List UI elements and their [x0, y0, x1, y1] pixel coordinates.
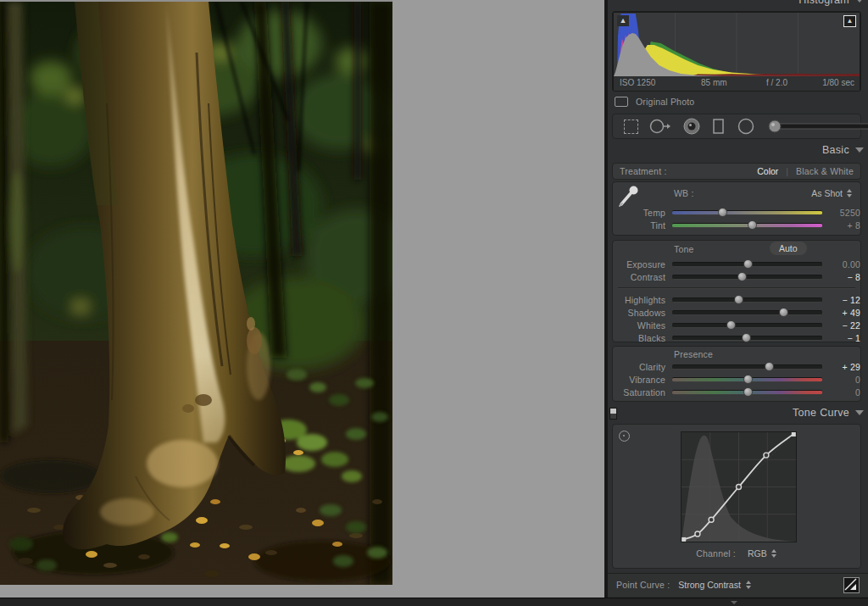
red-eye-icon[interactable]: [682, 117, 701, 136]
right-panel: Histogram ▲ ▲ I: [604, 0, 868, 598]
clarity-slider-track[interactable]: [672, 364, 822, 370]
histogram-title: Histogram: [798, 0, 849, 6]
temp-slider-knob[interactable]: [718, 208, 727, 217]
curve-point-5[interactable]: [792, 432, 796, 436]
clarity-slider-value[interactable]: + 29: [822, 362, 860, 372]
blacks-slider-track[interactable]: [672, 336, 822, 341]
temp-slider-track[interactable]: [672, 210, 822, 215]
curve-point-3[interactable]: [737, 485, 742, 490]
tree-trunk-photo: [0, 2, 392, 585]
exif-aperture: f / 2.0: [766, 78, 787, 87]
saturation-slider-track[interactable]: [672, 390, 822, 395]
whites-slider-track[interactable]: [672, 323, 822, 328]
blacks-slider-knob[interactable]: [742, 333, 751, 342]
slider-row-vibrance: Vibrance0: [613, 373, 860, 386]
presence-section: Presence Clarity+ 29Vibrance0Saturation0: [612, 346, 861, 402]
curve-point-0[interactable]: [682, 537, 686, 542]
temp-slider-value[interactable]: 5250: [822, 208, 860, 218]
contrast-slider-track[interactable]: [672, 275, 822, 280]
presence-label: Presence: [674, 349, 713, 359]
exposure-slider-track[interactable]: [672, 262, 822, 267]
histogram-box: ▲ ▲ ISO 1250 85 mm f / 2.0 1/80 sec: [612, 11, 861, 92]
exif-focal: 85 mm: [701, 78, 727, 87]
saturation-slider-knob[interactable]: [743, 387, 753, 397]
shadows-slider-track[interactable]: [672, 310, 822, 315]
point-curve-label: Point Curve :: [616, 580, 670, 590]
tint-slider-value[interactable]: + 8: [822, 220, 860, 231]
shadows-slider-value[interactable]: + 49: [822, 308, 860, 318]
tone-curve-panel-switch[interactable]: [609, 408, 617, 420]
exposure-slider-value[interactable]: 0.00: [822, 259, 860, 270]
point-curve-value: Strong Contrast: [678, 580, 741, 590]
basic-panel-header[interactable]: Basic: [822, 144, 864, 156]
spot-removal-icon[interactable]: [649, 118, 671, 135]
contrast-slider-value[interactable]: − 8: [822, 272, 860, 282]
target-adjustment-tool-icon[interactable]: [619, 431, 630, 442]
wb-eyedropper-icon[interactable]: [616, 183, 642, 212]
blacks-slider-value[interactable]: − 1: [822, 333, 860, 343]
updown-arrows-icon: [771, 549, 777, 558]
tint-slider-knob[interactable]: [748, 220, 757, 230]
slider-row-exposure: Exposure0.00: [613, 258, 860, 270]
point-curve-row: Point Curve : Strong Contrast: [608, 573, 868, 596]
shadows-slider-knob[interactable]: [779, 308, 788, 317]
highlight-clipping-icon[interactable]: ▲: [843, 15, 856, 27]
chevron-down-icon: [855, 147, 864, 153]
tone-curve-graph[interactable]: [681, 431, 797, 542]
slider-row-clarity: Clarity+ 29: [613, 360, 860, 373]
histogram-chart: [614, 13, 860, 76]
channel-label: Channel :: [696, 548, 736, 559]
wb-preset-dropdown[interactable]: As Shot: [811, 188, 853, 198]
channel-dropdown[interactable]: RGB: [748, 548, 777, 559]
whites-slider-value[interactable]: − 22: [822, 320, 860, 331]
auto-tone-button[interactable]: Auto: [770, 242, 807, 255]
channel-value: RGB: [748, 548, 767, 559]
treatment-color-option[interactable]: Color: [757, 166, 778, 176]
saturation-slider-value[interactable]: 0: [822, 387, 860, 398]
curve-point-1[interactable]: [695, 531, 700, 537]
point-curve-dropdown[interactable]: Strong Contrast: [678, 580, 752, 590]
tone-divider: [618, 287, 855, 289]
radial-filter-icon[interactable]: [737, 117, 755, 136]
vibrance-slider-knob[interactable]: [743, 375, 753, 384]
slider-row-blacks: Blacks− 1: [613, 331, 860, 344]
histogram-panel-header[interactable]: Histogram: [798, 0, 864, 6]
collapse-arrow-icon[interactable]: [731, 601, 737, 604]
highlights-slider-value[interactable]: − 12: [822, 295, 860, 305]
tone-curve-section: Channel : RGB: [612, 424, 861, 569]
highlights-slider-knob[interactable]: [734, 295, 743, 304]
tint-slider-track[interactable]: [672, 223, 822, 228]
tint-slider-label: Tint: [616, 220, 665, 231]
original-photo-toggle[interactable]: Original Photo: [615, 95, 694, 108]
slider-row-tint: Tint+ 8: [613, 219, 860, 231]
whites-slider-label: Whites: [616, 320, 665, 331]
basic-title: Basic: [822, 144, 849, 156]
highlights-slider-track[interactable]: [672, 297, 822, 303]
curve-point-4[interactable]: [764, 453, 769, 458]
shadow-clipping-icon[interactable]: ▲: [617, 15, 629, 26]
graduated-filter-icon[interactable]: [712, 118, 726, 135]
exif-info-bar: ISO 1250 85 mm f / 2.0 1/80 sec: [614, 76, 860, 91]
photo-canvas[interactable]: [0, 0, 392, 585]
slider-row-contrast: Contrast− 8: [613, 270, 860, 283]
vibrance-slider-track[interactable]: [672, 377, 822, 382]
exposure-slider-knob[interactable]: [743, 259, 753, 269]
curve-point-2[interactable]: [709, 517, 714, 522]
whites-slider-knob[interactable]: [726, 320, 736, 330]
slider-row-whites: Whites− 22: [613, 319, 860, 331]
crop-overlay-icon[interactable]: [624, 120, 638, 134]
original-photo-checkbox-icon[interactable]: [615, 97, 628, 107]
adjustment-brush-icon[interactable]: [766, 118, 868, 135]
contrast-slider-knob[interactable]: [737, 272, 747, 281]
bottom-panel-edge[interactable]: [0, 598, 868, 606]
toolstrip: [612, 114, 861, 139]
treatment-bw-option[interactable]: Black & White: [796, 166, 854, 176]
chevron-down-icon: [855, 410, 864, 415]
edit-point-curve-icon[interactable]: [843, 577, 860, 593]
vibrance-slider-value[interactable]: 0: [822, 375, 860, 385]
tone-curve-panel-header[interactable]: Tone Curve: [793, 407, 864, 419]
exif-iso: ISO 1250: [620, 78, 655, 87]
histogram-graph[interactable]: ▲ ▲: [614, 13, 860, 76]
slider-row-highlights: Highlights− 12: [613, 293, 860, 306]
clarity-slider-knob[interactable]: [765, 362, 774, 371]
